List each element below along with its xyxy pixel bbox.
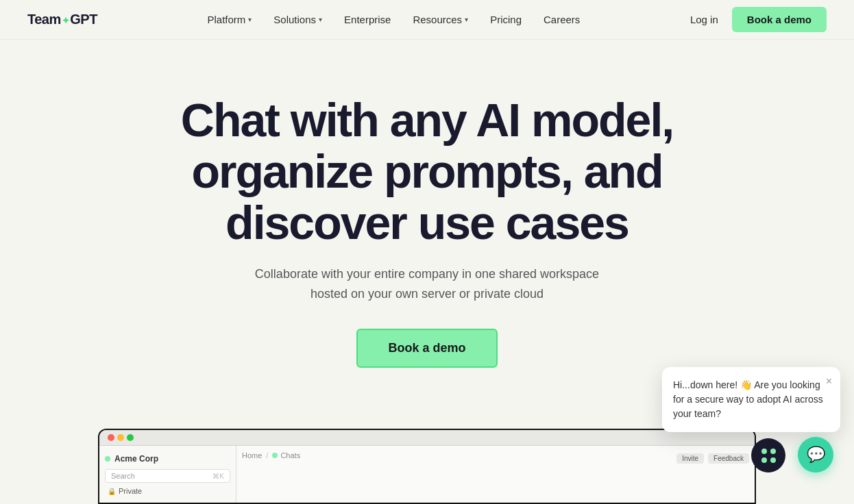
app-main: Home / Chats Invite Feedback xyxy=(236,446,755,503)
hero-title: Chat with any AI model, organize prompts… xyxy=(146,94,708,248)
chat-brand-icon xyxy=(751,438,785,473)
chat-popup-message: Hi...down here! 👋 Are you looking for a … xyxy=(673,378,829,421)
nav-item-solutions[interactable]: Solutions ▾ xyxy=(273,14,322,25)
sidebar-company-name: Acme Corp xyxy=(105,451,230,466)
app-sidebar: Acme Corp Search ⌘K 🔒 Private xyxy=(99,446,236,503)
chevron-down-icon: ▾ xyxy=(465,16,468,23)
logo-text: Team✦GPT xyxy=(27,12,97,27)
nav-links: Platform ▾ Solutions ▾ Enterprise Resour… xyxy=(207,14,580,25)
toolbar-actions: Invite Feedback xyxy=(676,453,749,464)
nav-book-demo-button[interactable]: Book a demo xyxy=(732,7,827,32)
navbar: Team✦GPT Platform ▾ Solutions ▾ Enterpri… xyxy=(0,0,854,40)
hero-section: Chat with any AI model, organize prompts… xyxy=(0,40,854,368)
minimize-window-dot xyxy=(117,434,124,441)
app-screenshot: Acme Corp Search ⌘K 🔒 Private Home / xyxy=(98,429,756,504)
nav-actions: Log in Book a demo xyxy=(690,7,827,32)
chevron-down-icon: ▾ xyxy=(248,16,252,23)
chat-popup: × Hi...down here! 👋 Are you looking for … xyxy=(662,367,840,432)
nav-item-resources[interactable]: Resources ▾ xyxy=(413,14,468,25)
hero-subtitle: Collaborate with your entire company in … xyxy=(235,264,619,304)
window-toolbar xyxy=(99,430,755,446)
close-window-dot xyxy=(108,434,114,441)
breadcrumb-chats: Chats xyxy=(272,451,300,459)
login-link[interactable]: Log in xyxy=(690,14,718,25)
open-chat-button[interactable]: 💬 xyxy=(798,437,833,473)
sidebar-search[interactable]: Search ⌘K xyxy=(105,469,230,483)
sidebar-private-section: 🔒 Private xyxy=(105,486,230,496)
invite-button[interactable]: Invite xyxy=(676,453,704,464)
brand-dots xyxy=(761,449,776,463)
feedback-button[interactable]: Feedback xyxy=(708,453,749,464)
nav-item-pricing[interactable]: Pricing xyxy=(490,14,522,25)
brand-dot-4 xyxy=(770,457,776,463)
brand-dot-1 xyxy=(761,449,767,454)
chat-icon: 💬 xyxy=(807,446,825,464)
nav-item-enterprise[interactable]: Enterprise xyxy=(344,14,391,25)
hero-cta-button[interactable]: Book a demo xyxy=(356,329,497,368)
brand-dot-2 xyxy=(770,449,776,454)
chats-icon-dot xyxy=(272,453,278,458)
maximize-window-dot xyxy=(127,434,134,441)
nav-item-careers[interactable]: Careers xyxy=(544,14,580,25)
breadcrumb-separator: / xyxy=(266,451,268,459)
brand-dot-3 xyxy=(761,457,767,463)
breadcrumb: Home / Chats xyxy=(242,451,300,459)
nav-item-platform[interactable]: Platform ▾ xyxy=(207,14,252,25)
company-status-dot xyxy=(105,456,110,462)
window-controls xyxy=(108,434,134,441)
chevron-down-icon: ▾ xyxy=(319,16,322,23)
logo[interactable]: Team✦GPT xyxy=(27,12,97,27)
close-icon[interactable]: × xyxy=(826,375,832,388)
app-body: Acme Corp Search ⌘K 🔒 Private Home / xyxy=(99,446,755,503)
